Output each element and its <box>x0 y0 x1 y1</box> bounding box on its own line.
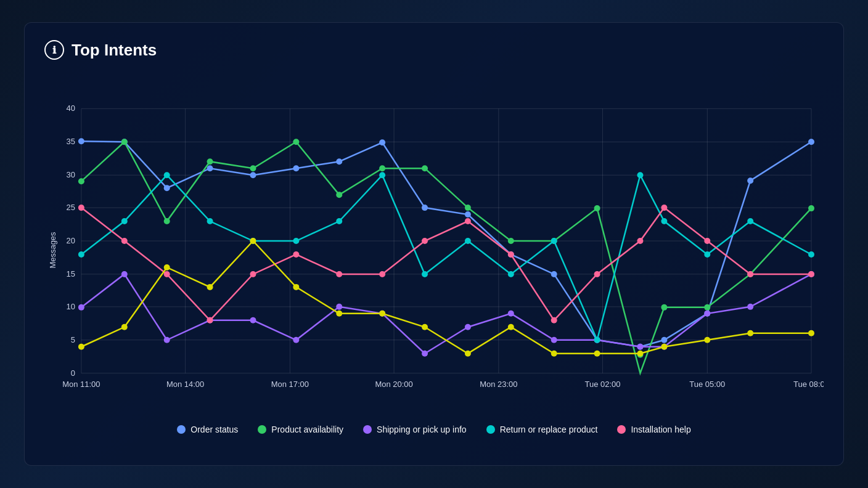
svg-text:40: 40 <box>66 104 75 113</box>
dot-inst-14 <box>661 205 667 211</box>
dot-yel-9 <box>465 351 471 357</box>
dot-ret-8 <box>422 271 428 277</box>
dot-ship-16 <box>747 304 753 310</box>
dot-inst-4 <box>250 271 256 277</box>
svg-text:Tue 08:00: Tue 08:00 <box>793 380 824 389</box>
dot-ret-9 <box>465 238 471 244</box>
dot-inst-8 <box>422 238 428 244</box>
line-installation <box>81 208 811 320</box>
dot-yel-16 <box>747 330 753 336</box>
page-title: Top Intents <box>72 41 157 60</box>
svg-text:Tue 02:00: Tue 02:00 <box>585 380 621 389</box>
line-chart: Messages 40 35 30 25 20 15 10 <box>44 75 824 420</box>
dot-ret-5 <box>293 238 299 244</box>
line-order-status <box>81 141 811 346</box>
svg-text:15: 15 <box>66 269 75 279</box>
legend-label-order-status: Order status <box>190 425 238 434</box>
dot-ret-1 <box>121 218 128 224</box>
dot-inst-0 <box>78 205 84 211</box>
dot-inst-9 <box>465 218 471 224</box>
dot-prod-6 <box>336 192 342 198</box>
dot-order-14 <box>661 337 667 343</box>
svg-text:0: 0 <box>71 368 75 378</box>
dot-ship-15 <box>704 311 710 317</box>
dot-prod-15 <box>704 304 710 311</box>
svg-text:20: 20 <box>66 236 75 245</box>
dot-prod-8 <box>422 165 428 171</box>
svg-text:5: 5 <box>71 335 75 344</box>
chart-area: Messages 40 35 30 25 20 15 10 <box>44 75 824 420</box>
dot-inst-11 <box>551 317 557 323</box>
dot-inst-12 <box>594 271 600 277</box>
dot-prod-2 <box>164 218 170 224</box>
dot-ship-13 <box>637 344 643 350</box>
svg-text:30: 30 <box>66 170 75 179</box>
dot-ret-15 <box>704 251 710 258</box>
dot-ship-5 <box>293 337 299 343</box>
dot-inst-7 <box>379 271 385 277</box>
dot-ship-2 <box>164 337 170 343</box>
legend-dot-installation-help <box>617 425 626 434</box>
dot-inst-1 <box>121 238 128 244</box>
dot-inst-2 <box>164 271 170 277</box>
svg-text:Mon 20:00: Mon 20:00 <box>375 380 412 389</box>
dot-order-6 <box>336 158 342 165</box>
dot-yel-7 <box>379 311 385 317</box>
dot-ret-6 <box>336 218 342 224</box>
legend-label-shipping-pickup: Shipping or pick up info <box>377 425 467 434</box>
dot-ret-3 <box>207 218 213 224</box>
svg-text:25: 25 <box>66 203 75 212</box>
y-axis-title: Messages <box>48 232 57 269</box>
dot-prod-17 <box>808 205 814 211</box>
dot-yel-1 <box>121 324 128 330</box>
dot-yel-8 <box>422 324 428 330</box>
dot-yel-13 <box>637 351 643 357</box>
dot-order-0 <box>78 138 84 144</box>
dot-yel-4 <box>250 238 256 244</box>
dot-yel-6 <box>336 311 342 317</box>
dot-inst-6 <box>336 271 342 277</box>
dot-ret-7 <box>379 172 385 178</box>
legend-order-status: Order status <box>177 425 238 434</box>
dot-ret-14 <box>661 218 667 224</box>
dot-ret-2 <box>164 172 170 178</box>
svg-text:Mon 17:00: Mon 17:00 <box>271 380 309 389</box>
svg-text:Mon 11:00: Mon 11:00 <box>62 380 100 389</box>
dot-yel-12 <box>594 351 600 357</box>
dot-yel-5 <box>293 284 299 290</box>
dot-order-4 <box>250 172 256 178</box>
dot-ret-13 <box>637 172 643 178</box>
dot-ret-11 <box>551 238 557 244</box>
dot-ship-8 <box>422 351 428 357</box>
top-intents-card: ℹ Top Intents Messages 40 35 30 25 20 <box>24 22 844 466</box>
chart-legend: Order status Product availability Shippi… <box>44 425 824 434</box>
dot-prod-5 <box>293 139 299 145</box>
dot-yel-17 <box>808 330 814 336</box>
dot-yel-11 <box>551 351 557 357</box>
dot-ret-10 <box>508 271 514 277</box>
dot-ship-10 <box>508 311 514 317</box>
dot-order-5 <box>293 165 299 171</box>
dot-yel-3 <box>207 284 213 290</box>
legend-dot-product-availability <box>258 425 266 434</box>
dot-prod-4 <box>250 165 256 171</box>
svg-text:Tue 05:00: Tue 05:00 <box>689 380 725 389</box>
dot-order-16 <box>747 177 753 184</box>
dot-inst-13 <box>637 238 643 244</box>
legend-dot-return-replace <box>486 425 495 434</box>
legend-label-product-availability: Product availability <box>271 425 343 434</box>
dot-ret-0 <box>78 251 84 258</box>
svg-text:10: 10 <box>66 302 75 311</box>
svg-text:35: 35 <box>66 137 75 146</box>
dot-order-2 <box>164 185 170 191</box>
legend-shipping-pickup: Shipping or pick up info <box>363 425 467 434</box>
info-icon: ℹ <box>44 40 64 60</box>
dot-prod-1 <box>121 139 128 145</box>
dot-ship-0 <box>78 304 84 311</box>
legend-dot-shipping-pickup <box>363 425 372 434</box>
svg-text:Mon 23:00: Mon 23:00 <box>480 380 517 389</box>
dot-inst-3 <box>207 317 213 323</box>
dot-ship-4 <box>250 317 256 323</box>
dot-ret-12 <box>594 337 600 343</box>
dot-yel-2 <box>164 264 170 270</box>
